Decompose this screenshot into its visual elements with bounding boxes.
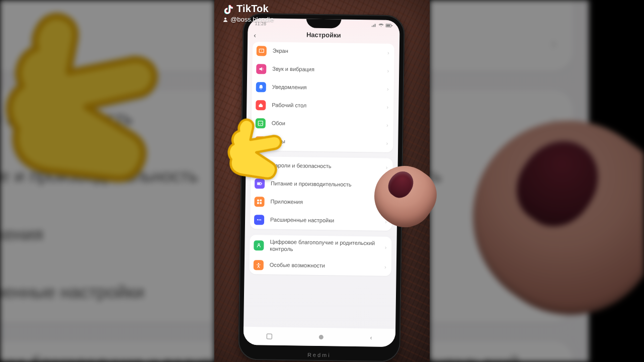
svg-rect-48 bbox=[259, 165, 262, 167]
android-nav-bar: ‹ bbox=[244, 327, 395, 347]
settings-row-label: Пароли и безопасность bbox=[271, 162, 386, 171]
svg-rect-51 bbox=[258, 183, 260, 185]
display-icon bbox=[257, 46, 267, 56]
battery-icon bbox=[385, 24, 392, 28]
wellbeing-icon bbox=[254, 240, 264, 250]
settings-row[interactable]: Цифровое благополучие и родительский кон… bbox=[0, 341, 214, 362]
svg-rect-43 bbox=[391, 25, 392, 26]
signal-icon bbox=[371, 23, 376, 27]
settings-row[interactable]: Темы› bbox=[430, 13, 573, 71]
chevron-right-icon: › bbox=[387, 50, 389, 56]
settings-group: Цифровое благополучие и родительский кон… bbox=[0, 341, 214, 362]
chevron-right-icon: › bbox=[387, 68, 389, 74]
settings-row[interactable]: Цифровое благополучие и родительский кон… bbox=[250, 235, 392, 257]
settings-group: Экран›Звук и вибрация›Уведомления›Рабочи… bbox=[430, 0, 573, 71]
settings-group: Цифровое благополучие и родительский кон… bbox=[430, 341, 573, 362]
themes-icon bbox=[255, 136, 265, 146]
video-frame: 11:28 ‹ Настройки Экран›Звук и вибрация›… bbox=[0, 0, 644, 362]
svg-point-57 bbox=[259, 219, 260, 220]
settings-row[interactable]: Питание и производительность› bbox=[0, 148, 214, 206]
svg-rect-42 bbox=[386, 25, 390, 27]
wallpaper-icon bbox=[256, 118, 266, 128]
settings-row[interactable]: Пароли и безопасность› bbox=[251, 156, 392, 176]
background-blur-left: 11:28 ‹ Настройки Экран›Звук и вибрация›… bbox=[0, 0, 214, 362]
chevron-right-icon: › bbox=[386, 122, 388, 128]
settings-row[interactable]: Пароли и безопасность› bbox=[0, 90, 214, 148]
svg-point-46 bbox=[261, 88, 262, 89]
advanced-icon bbox=[254, 215, 264, 225]
settings-row[interactable]: Приложения› bbox=[0, 206, 214, 264]
battery-icon bbox=[255, 178, 265, 189]
lock-icon bbox=[255, 160, 265, 170]
settings-row[interactable]: Темы› bbox=[0, 13, 214, 71]
svg-point-56 bbox=[257, 219, 258, 220]
svg-point-60 bbox=[258, 262, 260, 264]
settings-row-label: Приложения bbox=[0, 224, 214, 246]
svg-rect-55 bbox=[260, 202, 262, 204]
svg-rect-50 bbox=[262, 184, 262, 185]
settings-row[interactable]: Уведомления› bbox=[252, 78, 394, 98]
settings-row[interactable]: Цифровое благополучие и родительский кон… bbox=[430, 341, 573, 362]
tiktok-brand-text: TikTok bbox=[236, 3, 269, 15]
tiktok-username: @boss.blondie bbox=[222, 16, 274, 23]
settings-row-label: Темы bbox=[271, 138, 386, 147]
settings-row-label: Экран bbox=[273, 48, 387, 56]
nav-recents-icon[interactable] bbox=[267, 333, 272, 339]
notifications-icon bbox=[256, 82, 266, 92]
svg-point-58 bbox=[260, 219, 261, 220]
chevron-right-icon: › bbox=[386, 140, 388, 146]
settings-row[interactable]: Приложения› bbox=[250, 193, 392, 213]
settings-row-label: Питание и производительность bbox=[271, 180, 385, 189]
settings-row[interactable]: Особые возможности› bbox=[250, 256, 391, 276]
settings-group: Экран›Звук и вибрация›Уведомления›Рабочи… bbox=[0, 0, 214, 71]
svg-rect-53 bbox=[260, 200, 262, 202]
settings-row[interactable]: Экран› bbox=[253, 42, 394, 62]
settings-row[interactable]: Звук и вибрация› bbox=[252, 60, 394, 80]
settings-row-label: Расширенные настройки bbox=[0, 282, 214, 304]
svg-point-40 bbox=[224, 18, 226, 20]
tiktok-logo-icon bbox=[222, 4, 233, 15]
settings-group: Цифровое благополучие и родительский кон… bbox=[250, 235, 392, 276]
settings-row-label: Питание и производительность bbox=[0, 166, 214, 189]
phone-brand-label: Redmi bbox=[238, 351, 400, 359]
settings-row-label: Цифровое благополучие и родительский кон… bbox=[430, 353, 551, 362]
phone-screen: 11:28 ‹ Настройки Экран›Звук и вибрация›… bbox=[0, 0, 214, 362]
settings-row[interactable]: Обои› bbox=[430, 0, 573, 13]
chevron-right-icon: › bbox=[387, 86, 389, 92]
settings-row-label: Темы bbox=[0, 31, 214, 53]
settings-row[interactable]: Темы› bbox=[251, 132, 393, 152]
settings-row-label: Приложения bbox=[270, 199, 385, 207]
settings-row[interactable]: Питание и производительность› bbox=[251, 174, 392, 195]
svg-rect-52 bbox=[257, 200, 259, 202]
settings-row-label: Звук и вибрация bbox=[272, 66, 387, 74]
settings-row-label: Цифровое благополучие и родительский кон… bbox=[0, 353, 214, 362]
apps-icon bbox=[254, 197, 264, 207]
settings-row-label: Темы bbox=[430, 31, 551, 53]
settings-row-label: Особые возможности bbox=[270, 261, 384, 270]
settings-row[interactable]: Рабочий стол› bbox=[252, 96, 393, 116]
settings-group: Экран›Звук и вибрация›Уведомления›Рабочи… bbox=[251, 42, 394, 152]
wifi-icon bbox=[378, 24, 383, 28]
settings-row-label: Пароли и безопасность bbox=[0, 109, 214, 131]
back-icon[interactable]: ‹ bbox=[254, 31, 256, 39]
nav-back-icon[interactable]: ‹ bbox=[370, 334, 372, 341]
settings-row[interactable]: Обои› bbox=[252, 114, 393, 134]
settings-row-label: Цифровое благополучие и родительский кон… bbox=[270, 239, 385, 254]
svg-point-45 bbox=[261, 50, 262, 51]
settings-row[interactable]: Обои› bbox=[0, 0, 214, 13]
status-indicators bbox=[371, 23, 392, 28]
settings-row[interactable]: Расширенные настройки› bbox=[250, 211, 392, 231]
nav-home-icon[interactable] bbox=[319, 334, 324, 339]
settings-row-label: Уведомления bbox=[272, 84, 387, 93]
settings-group: Пароли и безопасность›Питание и производ… bbox=[250, 156, 393, 231]
settings-group: Пароли и безопасность›Питание и производ… bbox=[0, 90, 214, 322]
accessibility-icon bbox=[254, 260, 264, 270]
chevron-right-icon: › bbox=[384, 263, 386, 269]
settings-row[interactable]: Расширенные настройки› bbox=[0, 264, 214, 322]
chevron-right-icon: › bbox=[551, 33, 557, 52]
settings-row-label: Рабочий стол bbox=[272, 102, 386, 111]
video-column: TikTok @boss.blondie 11:28 ‹ bbox=[214, 0, 430, 362]
svg-point-59 bbox=[258, 243, 260, 245]
chevron-right-icon: › bbox=[386, 164, 388, 170]
settings-row-label: Обои bbox=[272, 120, 386, 129]
